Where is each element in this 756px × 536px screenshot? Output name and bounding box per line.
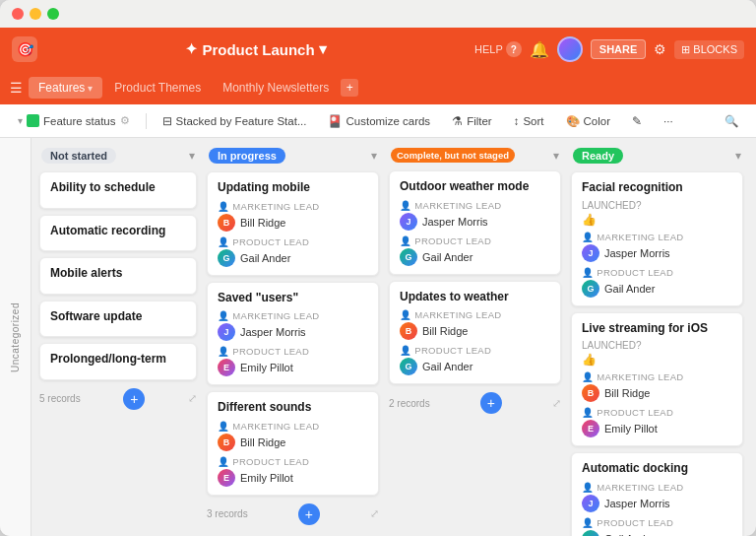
- col-chevron-in-progress[interactable]: ▾: [371, 149, 377, 163]
- stack-icon: ⊟: [162, 114, 172, 128]
- expand-icon-in-progress[interactable]: ⤢: [370, 507, 379, 520]
- tab-features[interactable]: Features ▾: [29, 77, 102, 99]
- marketing-lead-row: J Jasper Morris: [218, 323, 368, 341]
- card-different-sounds[interactable]: Different sounds 👤 MARKETING LEAD B Bill…: [207, 391, 379, 496]
- person-name: Bill Ridge: [240, 217, 285, 229]
- color-button[interactable]: 🎨 Color: [560, 111, 616, 131]
- card-ability-to-schedule[interactable]: Ability to schedule: [39, 171, 197, 209]
- person-icon: 👤: [582, 267, 594, 278]
- card-title: Outdoor weather mode: [400, 179, 550, 195]
- avatar-bill: B: [218, 434, 235, 451]
- customize-cards-button[interactable]: 🎴 Customize cards: [322, 111, 436, 131]
- marketing-lead-row: J Jasper Morris: [582, 244, 732, 262]
- edit-button[interactable]: ✎: [626, 111, 648, 131]
- col-header-not-started: Not started ▾: [39, 148, 197, 164]
- avatar-gail: G: [218, 249, 235, 267]
- help-icon[interactable]: ?: [506, 41, 522, 57]
- filter-button[interactable]: ⚗ Filter: [446, 111, 498, 131]
- marketing-lead-row: B Bill Ridge: [582, 384, 732, 402]
- tab-product-themes[interactable]: Product Themes: [104, 77, 211, 99]
- dropdown-arrow[interactable]: ▾: [319, 40, 327, 58]
- add-card-in-progress[interactable]: +: [298, 503, 320, 525]
- launched-row: LAUNCHED?: [582, 200, 732, 211]
- card-software-update[interactable]: Software update: [39, 301, 197, 338]
- expand-icon-not-started[interactable]: ⤢: [188, 392, 197, 405]
- person-icon: 👤: [400, 345, 411, 356]
- person-icon: 👤: [218, 421, 229, 432]
- more-icon: ···: [663, 115, 673, 127]
- color-label: Color: [584, 115, 610, 127]
- col-chevron-not-started[interactable]: ▾: [189, 149, 195, 163]
- avatar-bill: B: [218, 214, 235, 232]
- app-logo: 🎯: [12, 36, 37, 62]
- avatar-emily: E: [582, 420, 599, 437]
- feature-status-label: Feature status: [43, 115, 116, 127]
- feature-status-icon: [27, 114, 39, 127]
- add-card-not-started[interactable]: +: [123, 388, 145, 410]
- close-button[interactable]: [12, 8, 24, 20]
- stacked-by-toggle[interactable]: ⊟ Stacked by Feature Stat...: [157, 111, 313, 131]
- product-lead-row: E Emily Pillot: [582, 420, 732, 437]
- product-lead-label: 👤 PRODUCT LEAD: [400, 345, 550, 356]
- person-name: Emily Pillot: [604, 423, 658, 435]
- card-title: Saved "users": [218, 291, 368, 306]
- thumb-row: 👍: [582, 213, 732, 227]
- avatar-emily: E: [218, 469, 235, 487]
- person-name: Jasper Morris: [604, 247, 670, 259]
- person-icon: 👤: [582, 482, 594, 493]
- card-saved-users[interactable]: Saved "users" 👤 MARKETING LEAD J Jasper …: [207, 282, 379, 386]
- card-title: Different sounds: [218, 400, 368, 416]
- status-badge-in-progress: In progress: [209, 148, 285, 164]
- customize-icon: 🎴: [328, 114, 342, 128]
- sort-button[interactable]: ↕ Sort: [508, 112, 550, 130]
- card-title: Live streaming for iOS: [582, 321, 732, 337]
- tab-monthly-newsletters[interactable]: Monthly Newsletters: [213, 77, 339, 99]
- col-chevron-complete[interactable]: ▾: [553, 149, 559, 163]
- card-mobile-alerts[interactable]: Mobile alerts: [39, 257, 197, 295]
- product-lead-row: G Gail Ander: [582, 530, 732, 536]
- search-button[interactable]: 🔍: [719, 111, 744, 131]
- hamburger-icon[interactable]: ☰: [10, 80, 23, 96]
- marketing-lead-label: 👤 MARKETING LEAD: [218, 310, 368, 321]
- col-footer-in-progress: 3 records + ⤢: [207, 502, 379, 527]
- card-updating-mobile[interactable]: Updating mobile 👤 MARKETING LEAD B Bill …: [207, 171, 379, 276]
- share-button[interactable]: SHARE: [591, 39, 647, 59]
- person-name: Gail Ander: [240, 252, 290, 264]
- person-icon: 👤: [400, 309, 411, 320]
- card-live-streaming[interactable]: Live streaming for iOS LAUNCHED? 👍 👤 MAR…: [571, 312, 743, 447]
- customize-label: Customize cards: [346, 115, 430, 127]
- minimize-button[interactable]: [30, 8, 41, 20]
- card-facial-recognition[interactable]: Facial recognition LAUNCHED? 👍 👤 MARKETI…: [571, 171, 743, 306]
- card-outdoor-weather[interactable]: Outdoor weather mode 👤 MARKETING LEAD J …: [389, 170, 561, 275]
- add-tab-button[interactable]: +: [341, 79, 358, 97]
- person-name: Jasper Morris: [422, 216, 488, 228]
- filter-dropdown-toggle[interactable]: ▾ Feature status ⚙: [12, 111, 136, 130]
- add-card-complete[interactable]: +: [480, 392, 502, 414]
- product-lead-label: 👤 PRODUCT LEAD: [582, 517, 732, 528]
- blocks-button[interactable]: ⊞ BLOCKS: [674, 40, 744, 59]
- notification-icon[interactable]: 🔔: [530, 40, 549, 59]
- marketing-lead-label: 👤 MARKETING LEAD: [400, 309, 550, 320]
- header: 🎯 ✦ Product Launch ▾ HELP ? 🔔 SHARE ⚙ ⊞ …: [0, 28, 756, 71]
- header-right: HELP ? 🔔 SHARE ⚙ ⊞ BLOCKS: [474, 36, 744, 62]
- person-name: Bill Ridge: [240, 436, 285, 448]
- card-title: Ability to schedule: [50, 180, 186, 196]
- card-automatic-docking[interactable]: Automatic docking 👤 MARKETING LEAD J Jas…: [571, 452, 743, 536]
- launched-row: LAUNCHED?: [582, 340, 732, 351]
- person-name: Bill Ridge: [604, 387, 650, 399]
- expand-icon-complete[interactable]: ⤢: [552, 397, 561, 410]
- user-avatar[interactable]: [557, 36, 583, 62]
- col-footer-not-started: 5 records + ⤢: [39, 386, 197, 412]
- col-chevron-ready[interactable]: ▾: [735, 149, 741, 163]
- person-icon: 👤: [218, 310, 229, 321]
- card-prolonged[interactable]: Prolonged/long-term: [39, 343, 197, 380]
- more-button[interactable]: ···: [658, 112, 679, 130]
- person-icon: 👤: [582, 232, 594, 242]
- marketing-lead-label: 👤 MARKETING LEAD: [218, 421, 368, 432]
- card-updates-weather[interactable]: Updates to weather 👤 MARKETING LEAD B Bi…: [389, 281, 561, 385]
- settings-icon[interactable]: ⚙: [654, 41, 666, 57]
- maximize-button[interactable]: [47, 8, 59, 20]
- records-count-complete: 2 records: [389, 398, 430, 409]
- card-automatic-recording[interactable]: Automatic recording: [39, 215, 197, 252]
- avatar-bill: B: [400, 322, 417, 340]
